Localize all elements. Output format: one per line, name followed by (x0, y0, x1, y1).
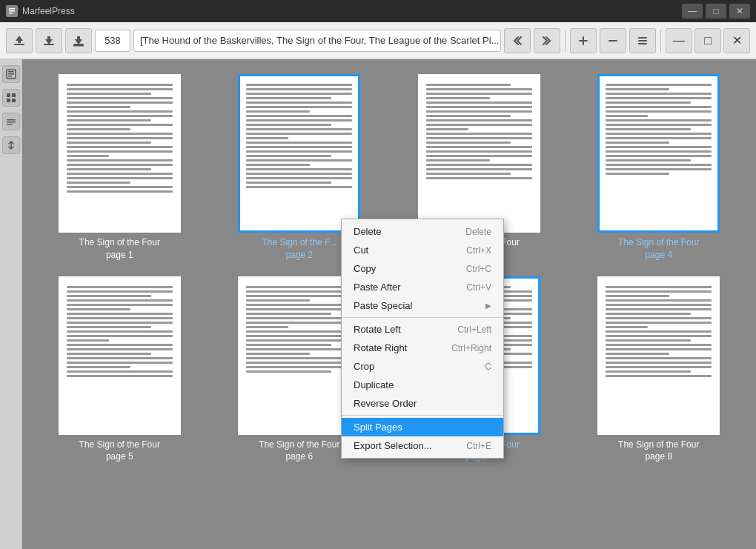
upload-button[interactable] (6, 28, 33, 53)
sidebar-btn-1[interactable] (2, 65, 20, 83)
menu-item-label-export-selection: Export Selection... (354, 440, 432, 451)
menu-item-copy[interactable]: CopyCtrl+C (342, 259, 503, 278)
menu-item-rotate-right[interactable]: Rotate RightCtrl+Right (342, 339, 503, 357)
shortcut-copy: Ctrl+C (466, 264, 491, 274)
win-close-button[interactable]: ✕ (723, 28, 750, 53)
menu-item-label-cut: Cut (354, 244, 368, 256)
menu-item-paste-special[interactable]: Paste Special▶ (342, 296, 503, 315)
menu-item-reverse-order[interactable]: Reverse Order (342, 394, 503, 413)
svg-rect-24 (12, 99, 16, 102)
menu-item-label-copy: Copy (354, 263, 376, 274)
page-label-2: The Sign of the F... page 2 (262, 236, 336, 262)
page-thumb-5[interactable]: The Sign of the Four page 5 (37, 276, 202, 464)
sidebar (0, 59, 22, 549)
menu-item-label-rotate-right: Rotate Right (354, 342, 407, 353)
page-label-4: The Sign of the Four page 4 (618, 236, 699, 262)
svg-rect-15 (638, 40, 647, 41)
minus-button[interactable] (600, 28, 626, 53)
shortcut-delete: Delete (465, 227, 491, 237)
menu-item-label-paste-after: Paste After (354, 282, 401, 293)
download-button[interactable] (36, 28, 62, 53)
menu-item-crop[interactable]: CropC (342, 357, 503, 376)
svg-marker-9 (75, 36, 82, 44)
menu-item-delete[interactable]: DeleteDelete (342, 222, 503, 241)
page-number-input[interactable] (95, 30, 130, 52)
nav-back-button[interactable] (504, 28, 531, 53)
svg-rect-23 (7, 99, 10, 102)
page-label-8: The Sign of the Four page 8 (618, 439, 699, 464)
submenu-arrow-paste-special: ▶ (485, 302, 491, 310)
menu-item-label-paste-special: Paste Special (354, 300, 413, 311)
svg-rect-1 (9, 8, 15, 10)
win-maximize-button[interactable]: □ (694, 28, 721, 53)
svg-rect-22 (12, 93, 16, 97)
menu-item-label-delete: Delete (354, 226, 382, 237)
title-bar: MarfeelPress — □ ✕ (0, 0, 756, 22)
page-label-5: The Sign of the Four page 5 (79, 439, 160, 464)
download2-button[interactable] (65, 28, 92, 53)
shortcut-export-selection: Ctrl+E (466, 441, 491, 451)
toolbar-separator2 (660, 30, 661, 52)
svg-marker-7 (45, 36, 53, 44)
maximize-button[interactable]: □ (706, 4, 726, 19)
page-label-1: The Sign of the Four page 1 (79, 236, 160, 262)
shortcut-cut: Ctrl+X (466, 245, 491, 256)
menu-item-label-split-pages: Split Pages (354, 422, 402, 433)
menu-item-label-rotate-left: Rotate Left (354, 324, 401, 335)
toolbar: [The Hound of the Baskervilles, The Sign… (0, 22, 756, 59)
menu-separator-2 (342, 415, 503, 416)
menu-item-duplicate[interactable]: Duplicate (342, 376, 503, 394)
add-button[interactable] (570, 28, 597, 53)
page-label-6: The Sign of the Four page 6 (259, 439, 339, 464)
svg-rect-27 (7, 124, 13, 125)
menu-item-split-pages[interactable]: Split Pages (342, 418, 503, 436)
svg-rect-2 (9, 10, 15, 12)
context-menu: DeleteDeleteCutCtrl+XCopyCtrl+CPaste Aft… (341, 219, 504, 459)
svg-rect-3 (9, 13, 13, 14)
main-area: The Sign of the Four page 1The Sign of t… (0, 59, 756, 549)
app-icon (6, 5, 18, 17)
svg-rect-14 (638, 37, 647, 39)
menu-item-cut[interactable]: CutCtrl+X (342, 241, 503, 259)
menu-item-export-selection[interactable]: Export Selection...Ctrl+E (342, 436, 503, 455)
minimize-button[interactable]: — (682, 4, 703, 19)
svg-rect-18 (8, 71, 14, 73)
menu-separator-1 (342, 317, 503, 318)
sidebar-btn-3[interactable] (2, 113, 20, 130)
menu-item-label-crop: Crop (354, 361, 374, 372)
menu-item-label-reverse-order: Reverse Order (354, 398, 417, 409)
win-minimize-button[interactable]: — (666, 28, 692, 53)
svg-rect-20 (8, 76, 12, 77)
window-controls: — □ ✕ (682, 4, 750, 19)
pages-grid[interactable]: The Sign of the Four page 1The Sign of t… (22, 59, 756, 549)
svg-rect-13 (609, 40, 617, 41)
svg-rect-12 (579, 40, 588, 41)
page-thumb-8[interactable]: The Sign of the Four page 8 (577, 276, 742, 464)
menu-item-rotate-left[interactable]: Rotate LeftCtrl+Left (342, 320, 503, 339)
shortcut-rotate-right: Ctrl+Right (451, 343, 491, 353)
menu-button[interactable] (629, 28, 656, 53)
shortcut-paste-after: Ctrl+V (466, 282, 491, 293)
page-thumb-4[interactable]: The Sign of the Four page 4 (577, 74, 742, 262)
svg-marker-5 (16, 36, 23, 43)
svg-rect-21 (7, 93, 10, 97)
menu-item-label-duplicate: Duplicate (354, 379, 394, 390)
page-thumb-1[interactable]: The Sign of the Four page 1 (37, 74, 202, 262)
window-toolbar-controls: — □ ✕ (666, 28, 750, 53)
svg-rect-19 (8, 73, 14, 75)
svg-rect-25 (7, 119, 16, 121)
close-button[interactable]: ✕ (729, 4, 750, 19)
sidebar-btn-2[interactable] (2, 89, 20, 107)
nav-forward-button[interactable] (534, 28, 560, 53)
svg-rect-26 (7, 122, 16, 123)
sidebar-btn-4[interactable] (2, 136, 20, 154)
shortcut-crop: C (485, 362, 491, 372)
svg-rect-16 (638, 43, 647, 44)
svg-rect-4 (14, 44, 24, 45)
toolbar-separator (565, 30, 566, 52)
app-title: MarfeelPress (22, 6, 677, 16)
shortcut-rotate-left: Ctrl+Left (457, 325, 491, 335)
menu-item-paste-after[interactable]: Paste AfterCtrl+V (342, 278, 503, 296)
document-title: [The Hound of the Baskervilles, The Sign… (133, 30, 501, 52)
svg-rect-10 (73, 45, 84, 47)
